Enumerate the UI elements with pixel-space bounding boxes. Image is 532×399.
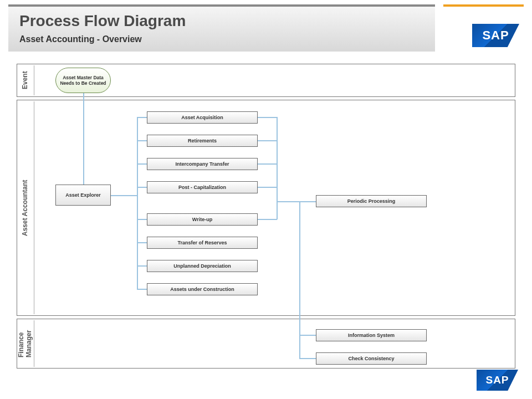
connector (137, 117, 147, 118)
connector (137, 219, 147, 220)
box-process: Write-up (147, 213, 258, 226)
box-process: Post - Capitalization (147, 181, 258, 193)
connector (137, 117, 138, 289)
box-process: Asset Acquisition (147, 111, 258, 124)
connector (137, 187, 147, 188)
connector (258, 140, 277, 141)
box-process: Intercompany Transfer (147, 158, 258, 170)
connector (137, 289, 147, 290)
logo-area: SAP (443, 4, 524, 52)
connector (258, 187, 277, 188)
lane-asset-accountant: Asset Accountant (17, 100, 515, 316)
page-subtitle: Asset Accounting - Overview (19, 34, 424, 44)
connector (137, 140, 147, 141)
box-check-consistency: Check Consistency (316, 352, 427, 365)
footer-logo: SAP (477, 370, 518, 391)
connector (299, 358, 316, 359)
lane-finance-manager: Finance Manager (17, 319, 515, 369)
box-periodic-processing: Periodic Processing (316, 195, 427, 207)
connector (258, 117, 277, 118)
box-process: Transfer of Reserves (147, 237, 258, 249)
connector (277, 117, 278, 219)
connector (137, 242, 147, 243)
lane-label-asset-accountant: Asset Accountant (17, 100, 33, 315)
box-process: Retirements (147, 135, 258, 147)
box-process: Unplanned Depreciation (147, 260, 258, 272)
box-process: Assets under Construction (147, 283, 258, 295)
connector (137, 265, 147, 267)
title-header: Process Flow Diagram Asset Accounting - … (8, 4, 435, 52)
connector (299, 335, 316, 336)
connector (111, 195, 137, 196)
lane-label-finance-manager: Finance Manager (17, 319, 33, 368)
connector (258, 219, 277, 220)
sap-logo-icon: SAP (477, 370, 518, 391)
connector (258, 163, 277, 165)
lane-label-event: Event (17, 64, 33, 96)
connector (277, 201, 316, 202)
connector (137, 163, 147, 165)
box-information-system: Information System (316, 329, 427, 341)
sap-logo-icon: SAP (472, 24, 519, 47)
box-asset-explorer: Asset Explorer (55, 185, 111, 206)
start-event: Asset Master Data Needs to Be Created (55, 68, 111, 93)
connector (83, 93, 84, 185)
page-title: Process Flow Diagram (19, 12, 424, 30)
